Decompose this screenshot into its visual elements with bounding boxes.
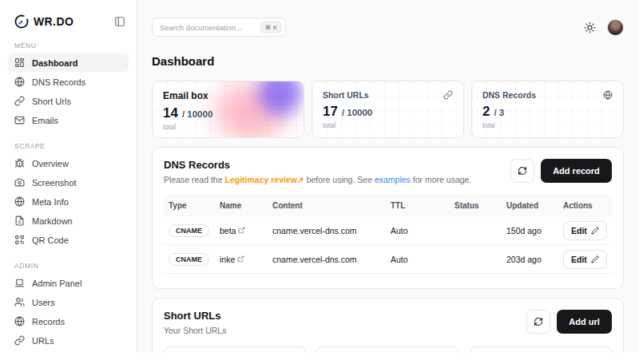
main-content: Search documentation... ⌘ K Dashboard Em… [137, 0, 639, 352]
toggle-knob [443, 261, 453, 271]
legitimacy-review-link[interactable]: Legitimacy review [224, 175, 296, 184]
record-content: cname.vercel-dns.com [272, 226, 391, 235]
record-type-badge: CNAME [169, 224, 209, 237]
sidebar-item-label: Admin Panel [32, 279, 81, 288]
camera-icon [14, 177, 25, 188]
edit-button[interactable]: Edit [563, 250, 607, 269]
add-url-button[interactable]: Add url [557, 310, 612, 334]
sidebar-section-scrape: SCRAPE [14, 142, 129, 150]
stat-card-short-urls: Short URLs 17 / 10000 total [312, 81, 464, 138]
theme-toggle-sun-icon[interactable] [584, 22, 596, 34]
sidebar-item-emails[interactable]: Emails [8, 111, 129, 129]
record-name: beta [220, 226, 236, 235]
desc-text: Please read the [164, 175, 224, 184]
sidebar-item-screenshot[interactable]: Screenshot [8, 173, 129, 192]
col-actions: Actions [563, 201, 607, 210]
sidebar-item-label: Markdown [32, 216, 73, 226]
col-name: Name [220, 201, 272, 210]
sidebar-item-label: QR Code [32, 235, 69, 245]
sidebar-item-label: Records [32, 317, 65, 326]
short-urls-filters [164, 346, 612, 352]
sidebar-item-label: Dashboard [32, 58, 77, 68]
dns-table: Type Name Content TTL Status Updated Act… [164, 194, 612, 274]
sidebar-section-menu: MENU [14, 42, 129, 49]
search-by-user-name-input[interactable] [470, 346, 612, 352]
col-status: Status [454, 201, 506, 210]
sidebar-item-label: URLs [32, 336, 54, 346]
stat-cards-row: Email box 14 / 10000 total Short URLs 17… [152, 81, 624, 138]
globe-icon [603, 90, 613, 100]
user-avatar[interactable] [607, 19, 624, 36]
record-updated: 203d ago [506, 255, 563, 264]
record-content: cname.vercel-dns.com [272, 255, 391, 264]
sidebar-item-qr-code[interactable]: QR Code [8, 231, 129, 249]
sidebar-item-records[interactable]: Records [8, 312, 129, 330]
search-placeholder: Search documentation... [160, 23, 260, 32]
topbar-actions [584, 19, 624, 36]
sidebar-item-label: Overview [32, 159, 69, 168]
search-input[interactable]: Search documentation... ⌘ K [152, 18, 286, 37]
search-by-slug-input[interactable] [164, 346, 306, 352]
stat-card-email-box: Email box 14 / 10000 total [152, 81, 304, 138]
toggle-knob [443, 232, 453, 243]
stat-value: 17 [323, 104, 338, 120]
document-icon [14, 216, 25, 226]
sidebar-item-meta-info[interactable]: Meta Info [8, 192, 129, 211]
link-icon [14, 335, 25, 346]
record-name-link[interactable]: beta [220, 226, 272, 235]
stat-title: Email box [163, 90, 208, 101]
refresh-icon [518, 166, 527, 176]
pencil-icon [591, 227, 599, 235]
search-by-target-input[interactable] [316, 346, 458, 352]
edit-label: Edit [571, 226, 587, 235]
dns-records-panel: DNS Records Please read the Legitimacy r… [152, 147, 624, 289]
stat-title: DNS Records [482, 90, 536, 100]
col-updated: Updated [506, 201, 563, 210]
stat-card-dns-records: DNS Records 2 / 3 total [471, 81, 624, 138]
stat-limit: / 3 [494, 108, 504, 117]
examples-link[interactable]: examples [375, 175, 411, 184]
record-updated: 150d ago [506, 226, 563, 235]
dashboard-icon [14, 57, 25, 68]
sidebar-item-short-urls[interactable]: Short Urls [8, 92, 129, 110]
desc-text: before using. See [304, 175, 375, 184]
link-icon [14, 96, 25, 106]
pencil-icon [591, 255, 599, 263]
sidebar-item-label: Short Urls [32, 97, 71, 106]
globe-icon [14, 77, 25, 87]
keyboard-shortcut-badge: ⌘ K [260, 22, 281, 33]
sidebar-item-label: DNS Records [32, 77, 85, 87]
mail-icon [14, 115, 25, 125]
add-record-button[interactable]: Add record [541, 159, 612, 183]
sidebar-item-label: Meta Info [32, 197, 69, 207]
sidebar-item-markdown[interactable]: Markdown [8, 212, 129, 230]
refresh-button[interactable] [526, 310, 550, 334]
sidebar-item-dashboard[interactable]: Dashboard [8, 53, 129, 72]
users-icon [14, 297, 25, 307]
globe-icon [14, 316, 25, 326]
short-urls-subtitle: Your Short URLs [164, 326, 226, 335]
page-title: Dashboard [152, 54, 624, 68]
refresh-button[interactable] [510, 159, 534, 183]
external-link-icon [237, 255, 244, 263]
sidebar-item-overview[interactable]: Overview [8, 154, 129, 172]
stat-caption: total [163, 123, 293, 131]
sidebar-item-urls[interactable]: URLs [8, 331, 129, 350]
sidebar-item-admin-panel[interactable]: Admin Panel [8, 274, 129, 292]
laptop-icon [14, 278, 25, 288]
table-row: CNAME beta cname.vercel-dns.com Auto 150… [164, 216, 612, 245]
sidebar-item-label: Screenshot [32, 178, 77, 188]
qr-code-icon [14, 235, 25, 245]
sidebar-item-dns-records[interactable]: DNS Records [8, 73, 129, 91]
viewport-bottom-mask [0, 352, 639, 364]
stat-title: Short URLs [323, 90, 369, 100]
record-name: inke [220, 255, 235, 264]
record-name-link[interactable]: inke [220, 255, 272, 264]
sidebar-item-users[interactable]: Users [8, 293, 129, 311]
table-row: CNAME inke cname.vercel-dns.com Auto 203… [164, 245, 612, 274]
external-link-icon [238, 227, 245, 234]
edit-button[interactable]: Edit [563, 221, 607, 240]
col-content: Content [272, 201, 391, 210]
stat-caption: total [482, 121, 613, 129]
panel-collapse-icon[interactable] [114, 16, 125, 27]
